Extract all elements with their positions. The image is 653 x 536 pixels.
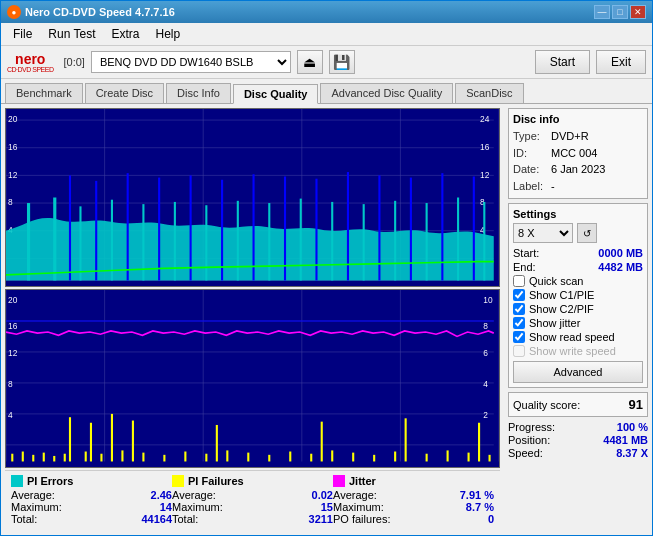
c2pif-label: Show C2/PIF [529, 303, 594, 315]
chart-area: 20 16 12 8 4 24 16 12 8 4 0.0 0.5 1. [1, 104, 504, 535]
svg-rect-61 [410, 178, 412, 281]
pi-errors-total-value: 44164 [127, 513, 172, 525]
jitter-checkbox[interactable] [513, 317, 525, 329]
quality-label: Quality score: [513, 399, 580, 411]
minimize-button[interactable]: — [594, 5, 610, 19]
menu-file[interactable]: File [5, 25, 40, 43]
svg-text:8: 8 [8, 379, 13, 389]
svg-rect-64 [6, 290, 499, 467]
nero-logo-bottom: CD·DVD SPEED [7, 66, 54, 73]
tab-disc-quality[interactable]: Disc Quality [233, 84, 319, 104]
svg-rect-107 [394, 452, 396, 462]
svg-text:6: 6 [483, 348, 488, 358]
jitter-header: Jitter [333, 475, 494, 487]
jitter-block: Jitter Average: 7.91 % Maximum: 8.7 % PO… [333, 475, 494, 525]
advanced-button[interactable]: Advanced [513, 361, 643, 383]
svg-rect-36 [79, 206, 81, 280]
close-button[interactable]: ✕ [630, 5, 646, 19]
pi-errors-color [11, 475, 23, 487]
settings-title: Settings [513, 208, 643, 220]
app-icon: ● [7, 5, 21, 19]
menu-run-test[interactable]: Run Test [40, 25, 103, 43]
svg-text:12: 12 [480, 169, 490, 179]
tab-benchmark[interactable]: Benchmark [5, 83, 83, 103]
menu-help[interactable]: Help [148, 25, 189, 43]
jitter-average-value: 7.91 % [449, 489, 494, 501]
tab-disc-info[interactable]: Disc Info [166, 83, 231, 103]
c1pie-checkbox[interactable] [513, 289, 525, 301]
quality-row: Quality score: 91 [513, 397, 643, 412]
start-label: Start: [513, 247, 539, 259]
svg-rect-53 [158, 178, 160, 281]
progress-row: Progress: 100 % [508, 421, 648, 433]
main-window: ● Nero CD-DVD Speed 4.7.7.16 — □ ✕ File … [0, 0, 653, 536]
disc-date-row: Date: 6 Jan 2023 [513, 161, 643, 178]
speed-refresh-button[interactable]: ↺ [577, 223, 597, 243]
svg-text:4: 4 [483, 379, 488, 389]
read-speed-row: Show read speed [513, 331, 643, 343]
svg-rect-114 [111, 414, 113, 462]
pi-errors-block: PI Errors Average: 2.46 Maximum: 14 Tota… [11, 475, 172, 525]
drive-select[interactable]: BENQ DVD DD DW1640 BSLB [91, 51, 291, 73]
svg-rect-62 [441, 173, 443, 280]
save-button[interactable]: 💾 [329, 50, 355, 74]
start-button[interactable]: Start [535, 50, 590, 74]
toolbar: nero CD·DVD SPEED [0:0] BENQ DVD DD DW16… [1, 46, 652, 79]
pi-errors-maximum-row: Maximum: 14 [11, 501, 172, 513]
disc-id-value: MCC 004 [551, 145, 597, 162]
eject-button[interactable]: ⏏ [297, 50, 323, 74]
jitter-average-label: Average: [333, 489, 377, 501]
speed-label: Speed: [508, 447, 543, 459]
svg-rect-89 [43, 453, 45, 462]
jitter-maximum-label: Maximum: [333, 501, 384, 513]
position-value: 4481 MB [603, 434, 648, 446]
svg-rect-48 [457, 198, 459, 281]
menu-extra[interactable]: Extra [103, 25, 147, 43]
tab-advanced-disc-quality[interactable]: Advanced Disc Quality [320, 83, 453, 103]
start-value: 0000 MB [598, 247, 643, 259]
svg-rect-102 [289, 452, 291, 462]
svg-rect-34 [27, 203, 30, 280]
svg-rect-44 [331, 202, 333, 281]
svg-rect-95 [142, 453, 144, 462]
position-row: Position: 4481 MB [508, 434, 648, 446]
svg-rect-108 [426, 454, 428, 462]
svg-rect-93 [100, 454, 102, 462]
c2pif-row: Show C2/PIF [513, 303, 643, 315]
quick-scan-checkbox[interactable] [513, 275, 525, 287]
svg-rect-63 [473, 176, 475, 280]
speed-select[interactable]: 8 X [513, 223, 573, 243]
svg-rect-51 [95, 181, 97, 281]
svg-rect-52 [127, 173, 129, 280]
svg-rect-116 [216, 425, 218, 462]
svg-rect-92 [85, 452, 87, 462]
svg-text:16: 16 [8, 321, 18, 331]
jitter-label: Show jitter [529, 317, 580, 329]
pi-failures-maximum-label: Maximum: [172, 501, 223, 513]
top-chart: 20 16 12 8 4 24 16 12 8 4 0.0 0.5 1. [5, 108, 500, 287]
write-speed-label: Show write speed [529, 345, 616, 357]
pi-failures-maximum-row: Maximum: 15 [172, 501, 333, 513]
window-title: Nero CD-DVD Speed 4.7.7.16 [25, 6, 175, 18]
pi-failures-average-row: Average: 0.02 [172, 489, 333, 501]
c2pif-checkbox[interactable] [513, 303, 525, 315]
end-value: 4482 MB [598, 261, 643, 273]
svg-text:20: 20 [8, 295, 18, 305]
disc-type-value: DVD+R [551, 128, 589, 145]
end-label: End: [513, 261, 536, 273]
disc-info-title: Disc info [513, 113, 643, 125]
svg-rect-101 [268, 455, 270, 462]
po-failures-label: PO failures: [333, 513, 390, 525]
progress-value: 100 % [617, 421, 648, 433]
svg-rect-118 [405, 418, 407, 461]
svg-rect-50 [69, 175, 71, 280]
exit-button[interactable]: Exit [596, 50, 646, 74]
svg-rect-91 [64, 454, 66, 462]
svg-rect-41 [237, 201, 239, 281]
read-speed-checkbox[interactable] [513, 331, 525, 343]
tab-create-disc[interactable]: Create Disc [85, 83, 164, 103]
pi-errors-total-label: Total: [11, 513, 37, 525]
quality-value: 91 [629, 397, 643, 412]
tab-scan-disc[interactable]: ScanDisc [455, 83, 523, 103]
maximize-button[interactable]: □ [612, 5, 628, 19]
